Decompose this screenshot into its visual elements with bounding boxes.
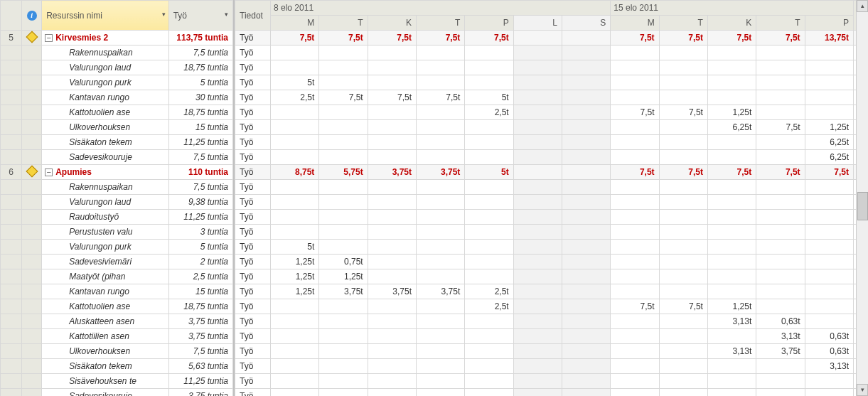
table-row[interactable]: Työ [235, 60, 868, 75]
value-cell[interactable] [562, 180, 610, 195]
value-cell[interactable] [416, 120, 464, 135]
work-value[interactable]: 5 tuntia [168, 75, 232, 90]
value-cell[interactable]: 3,13t [707, 344, 756, 359]
value-cell[interactable] [271, 225, 319, 240]
value-cell[interactable] [805, 389, 853, 397]
value-cell[interactable] [465, 240, 513, 255]
scroll-thumb[interactable] [857, 192, 868, 220]
value-cell[interactable]: 3,13t [707, 314, 756, 329]
table-row[interactable]: Sadevesiviemäri2 tuntia [1, 255, 233, 269]
value-cell[interactable] [707, 389, 756, 397]
work-value[interactable]: 7,5 tuntia [168, 46, 232, 60]
value-cell[interactable]: 7,5t [611, 165, 659, 180]
value-cell[interactable] [805, 299, 853, 314]
scroll-up-button[interactable]: ▴ [857, 0, 868, 12]
value-cell[interactable] [271, 359, 319, 374]
indicator-cell[interactable] [22, 105, 42, 120]
value-cell[interactable] [319, 344, 368, 359]
value-cell[interactable]: 3,75t [368, 284, 416, 299]
value-cell[interactable]: 1,25t [319, 269, 368, 284]
value-cell[interactable] [368, 389, 416, 397]
value-cell[interactable] [659, 90, 707, 105]
value-cell[interactable]: 1,25t [805, 120, 853, 135]
value-cell[interactable] [271, 180, 319, 195]
table-row[interactable]: Valurungon laud9,38 tuntia [1, 195, 233, 210]
task-name[interactable]: Sadevesikouruje [42, 150, 169, 165]
value-cell[interactable] [707, 359, 756, 374]
value-cell[interactable]: 7,5t [611, 31, 659, 46]
value-cell[interactable] [707, 269, 756, 284]
value-cell[interactable] [368, 255, 416, 269]
value-cell[interactable] [271, 60, 319, 75]
details-cell[interactable]: Työ [235, 329, 271, 344]
value-cell[interactable] [707, 255, 756, 269]
value-cell[interactable]: 5,75t [319, 165, 368, 180]
row-number[interactable] [1, 90, 22, 105]
collapse-toggle[interactable]: − [45, 34, 53, 42]
value-cell[interactable] [271, 314, 319, 329]
task-name[interactable]: Sisäkaton tekem [42, 135, 169, 150]
work-value[interactable]: 3 tuntia [168, 225, 232, 240]
value-cell[interactable] [756, 284, 805, 299]
value-cell[interactable]: 2,5t [271, 90, 319, 105]
value-cell[interactable] [659, 60, 707, 75]
value-cell[interactable] [756, 150, 805, 165]
work-value[interactable]: 15 tuntia [168, 120, 232, 135]
value-cell[interactable] [271, 344, 319, 359]
value-cell[interactable] [465, 150, 513, 165]
value-cell[interactable] [271, 46, 319, 60]
value-cell[interactable] [756, 374, 805, 389]
table-row[interactable]: Työ [235, 180, 868, 195]
value-cell[interactable] [805, 284, 853, 299]
value-cell[interactable] [611, 314, 659, 329]
value-cell[interactable] [416, 344, 464, 359]
value-cell[interactable] [513, 255, 562, 269]
value-cell[interactable] [805, 60, 853, 75]
value-cell[interactable] [707, 329, 756, 344]
value-cell[interactable] [611, 180, 659, 195]
value-cell[interactable] [659, 374, 707, 389]
row-number[interactable] [1, 180, 22, 195]
value-cell[interactable] [707, 225, 756, 240]
value-cell[interactable] [513, 389, 562, 397]
value-cell[interactable] [513, 329, 562, 344]
value-cell[interactable] [513, 195, 562, 210]
value-cell[interactable]: 0,63t [805, 329, 853, 344]
value-cell[interactable] [368, 105, 416, 120]
value-cell[interactable] [368, 225, 416, 240]
value-cell[interactable] [319, 150, 368, 165]
work-value[interactable]: 3,75 tuntia [168, 314, 232, 329]
table-row[interactable]: Maatyöt (pihan2,5 tuntia [1, 269, 233, 284]
value-cell[interactable]: 6,25t [805, 135, 853, 150]
value-cell[interactable] [707, 75, 756, 90]
value-cell[interactable]: 0,63t [805, 344, 853, 359]
details-cell[interactable]: Työ [235, 60, 271, 75]
indicator-cell[interactable] [22, 210, 42, 225]
indicator-cell[interactable] [22, 344, 42, 359]
value-cell[interactable]: 1,25t [271, 269, 319, 284]
row-number[interactable] [1, 210, 22, 225]
indicator-cell[interactable] [22, 314, 42, 329]
value-cell[interactable] [562, 165, 610, 180]
value-cell[interactable]: 7,5t [319, 31, 368, 46]
value-cell[interactable] [659, 255, 707, 269]
task-name[interactable]: Valurungon purk [42, 240, 169, 255]
value-cell[interactable]: 2,5t [465, 299, 513, 314]
table-row[interactable]: Työ6,25t [235, 150, 868, 165]
indicator-cell[interactable] [22, 374, 42, 389]
details-cell[interactable]: Työ [235, 31, 271, 46]
value-cell[interactable] [805, 374, 853, 389]
value-cell[interactable] [271, 135, 319, 150]
details-cell[interactable]: Työ [235, 344, 271, 359]
table-row[interactable]: Sisäkaton tekem11,25 tuntia [1, 135, 233, 150]
table-row[interactable]: Rakennuspaikan7,5 tuntia [1, 46, 233, 60]
day-header[interactable]: P [805, 16, 853, 31]
value-cell[interactable] [513, 150, 562, 165]
value-cell[interactable] [513, 374, 562, 389]
task-name[interactable]: Maatyöt (pihan [42, 269, 169, 284]
value-cell[interactable] [465, 46, 513, 60]
value-cell[interactable] [562, 359, 610, 374]
table-row[interactable]: Aluskatteen asen3,75 tuntia [1, 314, 233, 329]
value-cell[interactable] [319, 195, 368, 210]
value-cell[interactable] [513, 359, 562, 374]
